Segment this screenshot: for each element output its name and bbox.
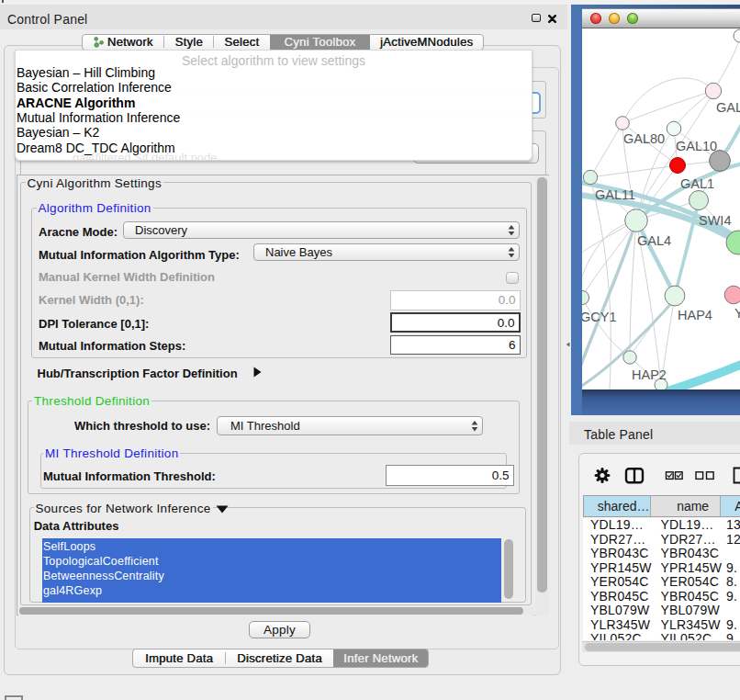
svg-text:HAP2: HAP2 (632, 367, 667, 382)
svg-text:YM: YM (734, 306, 740, 321)
svg-text:GAL7: GAL7 (716, 100, 740, 115)
svg-text:SWI4: SWI4 (699, 213, 731, 228)
svg-text:GAL1: GAL1 (680, 176, 714, 191)
svg-text:GAL10: GAL10 (676, 139, 717, 153)
svg-text:GAL80: GAL80 (623, 131, 665, 146)
svg-text:GAL4: GAL4 (637, 233, 671, 248)
svg-text:GCY1: GCY1 (582, 310, 617, 324)
svg-text:GAL11: GAL11 (595, 187, 635, 202)
svg-text:HAP4: HAP4 (678, 308, 712, 322)
